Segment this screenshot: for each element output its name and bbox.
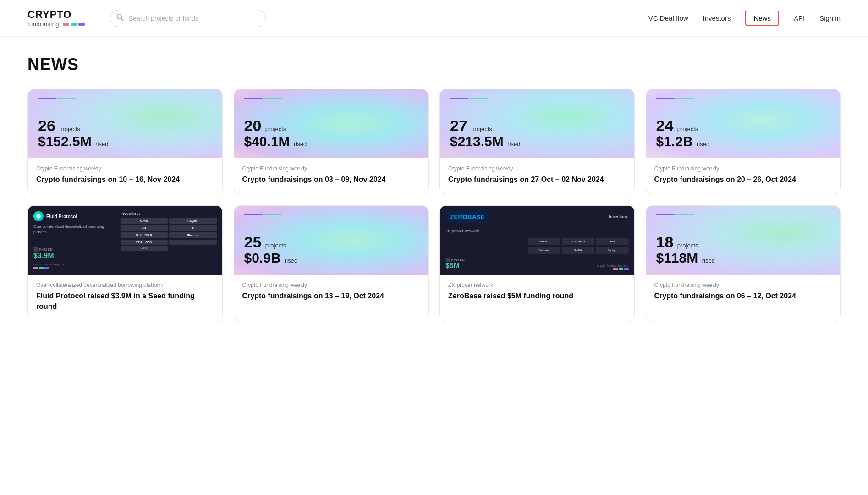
thumb-fluid-content: Fluid Protocol Over-collateralized decen… xyxy=(28,206,222,275)
projects-num: 24 xyxy=(656,117,674,134)
projects-row: 27 projects xyxy=(450,118,520,133)
nav-news[interactable]: News xyxy=(745,11,779,26)
card-stat-block: 25 projects $0.9B rised xyxy=(244,234,298,266)
fluid-raised-label: ⬛ RAISED xyxy=(33,248,116,252)
projects-row: 26 projects xyxy=(38,118,108,133)
nav-api[interactable]: API xyxy=(794,14,805,22)
card-body-2: Crypto Fundraising weekly Crypto fundrai… xyxy=(234,158,429,194)
search-input[interactable] xyxy=(110,10,266,27)
card-title: Crypto fundraisings on 06 – 12, Oct 2024 xyxy=(654,291,832,301)
money-amount: $0.9B xyxy=(244,250,281,265)
projects-label: projects xyxy=(471,126,492,132)
card-category: Crypto Fundraising weekly xyxy=(654,282,832,288)
projects-label: projects xyxy=(265,242,286,249)
card-body-5: Over-collateralized decentralized borrow… xyxy=(28,275,222,321)
fluid-investors-label: Investors: xyxy=(121,211,217,216)
card-stat-block: 26 projects $152.5M rised xyxy=(38,118,108,150)
projects-num: 18 xyxy=(656,233,674,251)
card-body-6: Crypto Fundraising weekly Crypto fundrai… xyxy=(234,275,429,310)
news-card-3[interactable]: 27 projects $213.5M rised Crypto Fundrai… xyxy=(439,89,635,194)
svg-line-1 xyxy=(121,18,123,20)
projects-row: 18 projects xyxy=(656,234,715,250)
bar-purple xyxy=(78,23,85,26)
thumb-fluid-inner: Fluid Protocol Over-collateralized decen… xyxy=(28,206,222,275)
card-title: Crypto fundraisings on 03 – 09, Nov 2024 xyxy=(242,175,420,185)
card-category: ZK prover network xyxy=(448,282,626,288)
money-label: rised xyxy=(507,141,520,148)
nav-sign-in[interactable]: Sign in xyxy=(819,14,841,22)
money-row: $1.2B rised xyxy=(656,133,710,150)
zb-footer: crypto-fundraising.info xyxy=(597,264,629,267)
projects-label: projects xyxy=(677,126,698,132)
projects-label: projects xyxy=(265,126,286,132)
card-body-8: Crypto Fundraising weekly Crypto fundrai… xyxy=(646,275,841,310)
card-title: Crypto fundraisings on 13 – 19, Oct 2024 xyxy=(242,291,420,301)
zerobase-subtitle: ZK prover network xyxy=(445,229,479,233)
news-card-8[interactable]: 18 projects $118M rised Crypto Fundraisi… xyxy=(646,205,841,321)
bar-pink xyxy=(63,23,69,26)
news-grid: 26 projects $152.5M rised Crypto Fundrai… xyxy=(27,89,841,321)
money-row: $213.5M rised xyxy=(450,133,520,150)
card-category: Crypto Fundraising weekly xyxy=(36,165,214,172)
money-row: $118M rised xyxy=(656,250,715,266)
zerobase-investors-label: Investors: xyxy=(609,214,628,219)
projects-row: 24 projects xyxy=(656,118,710,133)
projects-num: 25 xyxy=(244,233,262,251)
card-category: Crypto Fundraising weekly xyxy=(242,165,420,172)
zb-raised-amount: $5M xyxy=(445,262,465,270)
main-nav: VC Deal flow Investors News API Sign in xyxy=(648,11,841,26)
news-card-5[interactable]: Fluid Protocol Over-collateralized decen… xyxy=(27,205,223,321)
projects-label: projects xyxy=(677,242,698,249)
accent-line xyxy=(656,98,675,99)
card-title: Crypto fundraisings on 20 – 26, Oct 2024 xyxy=(654,175,832,185)
money-label: rised xyxy=(702,257,715,264)
news-card-6[interactable]: 25 projects $0.9B rised Crypto Fundraisi… xyxy=(234,205,429,321)
card-stat-block: 27 projects $213.5M rised xyxy=(450,118,520,150)
projects-row: 25 projects xyxy=(244,234,298,250)
money-label: rised xyxy=(697,141,709,148)
accent-line-2 xyxy=(676,214,694,215)
search-wrapper xyxy=(110,10,266,27)
nav-vc-deal-flow[interactable]: VC Deal flow xyxy=(648,14,688,22)
logo[interactable]: CRYPTO fundraising xyxy=(27,9,92,28)
money-amount: $152.5M xyxy=(38,134,92,149)
news-card-2[interactable]: 20 projects $40.1M rised Crypto Fundrais… xyxy=(234,89,429,194)
money-amount: $1.2B xyxy=(656,134,693,149)
card-body-1: Crypto Fundraising weekly Crypto fundrai… xyxy=(28,158,222,194)
news-card-4[interactable]: 24 projects $1.2B rised Crypto Fundraisi… xyxy=(646,89,841,194)
card-stat-block: 18 projects $118M rised xyxy=(656,234,715,266)
nav-investors[interactable]: Investors xyxy=(703,14,731,22)
thumb-zerobase-inner: ZEROBASE Investors: ZK prover network BI… xyxy=(440,206,634,275)
projects-row: 20 projects xyxy=(244,118,307,133)
card-stat-block: 24 projects $1.2B rised xyxy=(656,118,710,150)
news-card-1[interactable]: 26 projects $152.5M rised Crypto Fundrai… xyxy=(27,89,223,194)
logo-subtitle: fundraising xyxy=(27,21,92,28)
projects-num: 26 xyxy=(38,117,55,134)
news-card-7[interactable]: ZEROBASE Investors: ZK prover network BI… xyxy=(439,205,635,321)
card-title: ZeroBase raised $5M funding round xyxy=(448,291,626,301)
accent-line-2 xyxy=(469,98,488,99)
card-title: Fluid Protocol raised $3.9M in a Seed fu… xyxy=(36,291,214,312)
fluid-protocol-name: Fluid Protocol xyxy=(46,214,77,219)
logo-bars xyxy=(63,23,85,26)
fluid-description: Over-collateralized decentralized borrow… xyxy=(33,224,116,234)
accent-line-2 xyxy=(264,98,282,99)
card-title: Crypto fundraisings on 10 – 16, Nov 2024 xyxy=(36,175,214,185)
search-icon xyxy=(116,14,124,23)
card-banner-3: 27 projects $213.5M rised xyxy=(440,89,634,158)
card-stat-block: 20 projects $40.1M rised xyxy=(244,118,307,150)
card-banner-2: 20 projects $40.1M rised xyxy=(234,89,429,158)
accent-line xyxy=(450,98,468,99)
logo-text: CRYPTO xyxy=(27,9,92,21)
card-banner-1: 26 projects $152.5M rised xyxy=(28,89,222,158)
card-category: Crypto Fundraising weekly xyxy=(242,282,420,288)
accent-line xyxy=(244,214,263,215)
card-body-3: Crypto Fundraising weekly Crypto fundrai… xyxy=(440,158,634,194)
card-gradient-3: 27 projects $213.5M rised xyxy=(440,89,634,158)
accent-line-2 xyxy=(676,98,694,99)
accent-line-2 xyxy=(57,98,76,99)
zb-raised-label: ⬛ RAISED xyxy=(445,258,465,262)
card-banner-6: 25 projects $0.9B rised xyxy=(234,206,429,275)
money-row: $0.9B rised xyxy=(244,250,298,266)
money-row: $152.5M rised xyxy=(38,133,108,150)
